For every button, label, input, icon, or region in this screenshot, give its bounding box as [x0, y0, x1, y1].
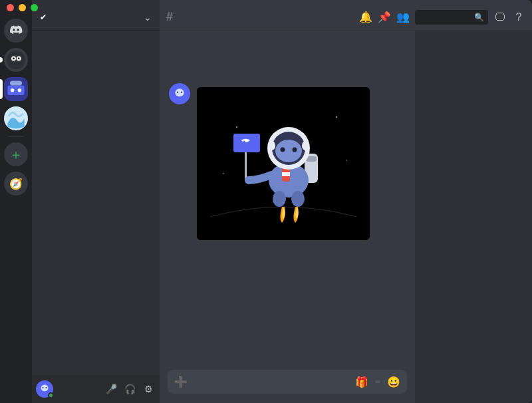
chat-header: # 🔔 📌 👥 🔍 🖵 ?	[160, 4, 532, 31]
svg-point-14	[46, 387, 47, 388]
emoji-button[interactable]: 😀	[387, 376, 400, 388]
channel-list	[32, 31, 160, 375]
message-input[interactable]	[194, 377, 348, 387]
minimize-window[interactable]	[19, 4, 26, 11]
svg-point-39	[293, 147, 297, 152]
svg-point-3	[13, 58, 15, 60]
svg-point-33	[273, 191, 286, 207]
hashtag-icon: #	[166, 10, 173, 24]
welcome-block	[169, 45, 406, 65]
chevron-down-icon: ⌄	[144, 12, 152, 23]
message	[169, 80, 406, 247]
svg-rect-9	[10, 80, 22, 85]
attach-button[interactable]: ➕	[174, 376, 188, 388]
svg-point-0	[7, 51, 25, 69]
status-online-icon	[48, 392, 54, 398]
svg-point-7	[11, 88, 14, 92]
verified-icon: ✔	[40, 13, 47, 22]
notifications-button[interactable]: 🔔	[359, 11, 372, 23]
wumpus-astronaut-icon	[197, 87, 370, 240]
guild-item[interactable]	[4, 48, 28, 72]
guild-item-selected[interactable]	[4, 77, 28, 101]
svg-point-27	[249, 140, 251, 142]
maximize-window[interactable]	[31, 4, 38, 11]
svg-point-16	[175, 88, 184, 96]
svg-point-13	[43, 387, 44, 388]
message-avatar[interactable]	[169, 83, 190, 104]
channel-sidebar: ✔ ⌄ 🎤 🎧 ⚙	[32, 0, 160, 403]
close-window[interactable]	[7, 4, 14, 11]
svg-point-4	[18, 58, 20, 60]
compass-icon: 🧭	[9, 178, 23, 190]
deafen-button[interactable]: 🎧	[122, 384, 137, 394]
member-list	[415, 31, 532, 403]
explore-button[interactable]: 🧭	[4, 172, 28, 196]
window-traffic-lights	[0, 0, 38, 15]
svg-point-23	[346, 160, 347, 161]
home-button[interactable]	[4, 19, 28, 43]
svg-point-41	[302, 141, 309, 150]
svg-point-34	[291, 191, 305, 207]
message-attachment[interactable]	[197, 87, 370, 240]
svg-point-26	[243, 140, 245, 142]
svg-point-22	[223, 173, 224, 174]
svg-point-37	[275, 140, 302, 162]
svg-point-8	[18, 88, 21, 92]
guild-avatar-icon	[7, 51, 25, 69]
discord-logo-icon	[9, 24, 23, 37]
svg-point-18	[181, 91, 182, 92]
inbox-button[interactable]: 🖵	[493, 11, 507, 23]
message-area: ➕ 🎁 😀	[160, 31, 415, 403]
member-list-toggle[interactable]: 👥	[396, 11, 410, 23]
svg-point-38	[281, 147, 285, 152]
guild-avatar-icon	[4, 106, 28, 130]
svg-point-17	[177, 91, 178, 92]
guild-separator	[8, 136, 24, 137]
guild-avatar-icon	[4, 77, 28, 101]
svg-point-12	[41, 385, 49, 392]
main-panel: # 🔔 📌 👥 🔍 🖵 ?	[160, 0, 532, 403]
svg-point-20	[236, 126, 237, 128]
svg-rect-25	[233, 134, 260, 152]
gif-button[interactable]	[375, 380, 380, 383]
svg-point-40	[269, 141, 275, 150]
plus-icon: ＋	[9, 146, 23, 164]
gift-button[interactable]: 🎁	[355, 376, 368, 388]
settings-button[interactable]: ⚙	[141, 384, 156, 394]
search-input[interactable]	[419, 13, 474, 22]
search-icon: 🔍	[474, 13, 484, 22]
svg-rect-6	[7, 86, 24, 95]
search-box[interactable]: 🔍	[415, 10, 488, 25]
avatar-icon	[172, 86, 188, 102]
welcome-title	[169, 45, 406, 65]
message-composer: ➕ 🎁 😀	[168, 370, 407, 394]
guild-bar: ＋ 🧭	[0, 0, 32, 403]
svg-point-21	[336, 116, 337, 118]
add-server-button[interactable]: ＋	[4, 142, 28, 166]
help-button[interactable]: ?	[512, 11, 525, 23]
pinned-button[interactable]: 📌	[378, 11, 391, 23]
user-panel: 🎤 🎧 ⚙	[32, 375, 160, 403]
mute-button[interactable]: 🎤	[104, 384, 118, 394]
guild-item[interactable]	[4, 106, 28, 130]
server-header[interactable]: ✔ ⌄	[32, 4, 160, 31]
message-scroll[interactable]	[160, 31, 415, 370]
self-avatar[interactable]	[36, 380, 53, 398]
svg-rect-32	[282, 172, 290, 176]
channel-title: #	[166, 10, 354, 24]
